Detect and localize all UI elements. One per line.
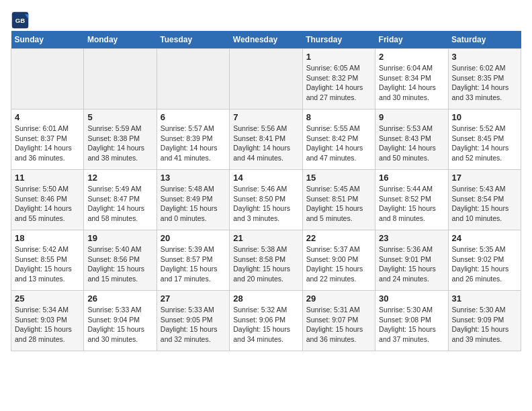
calendar-cell: 7Sunrise: 5:56 AM Sunset: 8:41 PM Daylig… — [230, 109, 302, 170]
day-number: 2 — [379, 52, 444, 62]
calendar-cell: 25Sunrise: 5:34 AM Sunset: 9:03 PM Dayli… — [11, 291, 84, 351]
day-number: 13 — [161, 173, 226, 183]
calendar-cell — [11, 49, 84, 109]
day-info: Sunrise: 5:37 AM Sunset: 9:00 PM Dayligh… — [306, 244, 371, 284]
day-number: 18 — [15, 233, 80, 243]
day-number: 26 — [87, 293, 152, 304]
day-number: 12 — [87, 173, 152, 183]
day-number: 27 — [161, 293, 226, 304]
calendar-cell: 24Sunrise: 5:35 AM Sunset: 9:02 PM Dayli… — [448, 230, 521, 291]
header-thursday: Thursday — [302, 31, 375, 49]
day-number: 8 — [306, 112, 371, 122]
week-row-1: 1Sunrise: 6:05 AM Sunset: 8:32 PM Daylig… — [11, 49, 521, 109]
day-number: 25 — [15, 293, 80, 304]
day-number: 20 — [161, 233, 226, 243]
calendar-cell: 15Sunrise: 5:45 AM Sunset: 8:51 PM Dayli… — [302, 170, 375, 230]
calendar-cell: 1Sunrise: 6:05 AM Sunset: 8:32 PM Daylig… — [302, 49, 375, 109]
calendar-cell — [157, 49, 229, 109]
week-row-5: 25Sunrise: 5:34 AM Sunset: 9:03 PM Dayli… — [11, 291, 521, 351]
day-info: Sunrise: 5:50 AM Sunset: 8:46 PM Dayligh… — [15, 184, 80, 224]
header-monday: Monday — [84, 31, 157, 49]
calendar-table: SundayMondayTuesdayWednesdayThursdayFrid… — [11, 31, 521, 351]
day-info: Sunrise: 5:39 AM Sunset: 8:57 PM Dayligh… — [161, 244, 226, 284]
calendar-cell: 23Sunrise: 5:36 AM Sunset: 9:01 PM Dayli… — [375, 230, 448, 291]
day-number: 4 — [15, 112, 80, 122]
day-number: 9 — [379, 112, 444, 122]
day-number: 31 — [452, 293, 517, 304]
day-number: 19 — [87, 233, 152, 243]
calendar-cell: 13Sunrise: 5:48 AM Sunset: 8:49 PM Dayli… — [157, 170, 229, 230]
day-number: 21 — [233, 233, 298, 243]
calendar-cell: 6Sunrise: 5:57 AM Sunset: 8:39 PM Daylig… — [157, 109, 229, 170]
calendar-cell: 26Sunrise: 5:33 AM Sunset: 9:04 PM Dayli… — [84, 291, 157, 351]
day-info: Sunrise: 5:49 AM Sunset: 8:47 PM Dayligh… — [87, 184, 152, 224]
calendar-cell — [230, 49, 302, 109]
header-saturday: Saturday — [448, 31, 521, 49]
header-friday: Friday — [375, 31, 448, 49]
day-number: 5 — [87, 112, 152, 122]
calendar-cell: 8Sunrise: 5:55 AM Sunset: 8:42 PM Daylig… — [302, 109, 375, 170]
calendar-cell: 19Sunrise: 5:40 AM Sunset: 8:56 PM Dayli… — [84, 230, 157, 291]
header-tuesday: Tuesday — [157, 31, 229, 49]
calendar-cell: 17Sunrise: 5:43 AM Sunset: 8:54 PM Dayli… — [448, 170, 521, 230]
day-info: Sunrise: 5:36 AM Sunset: 9:01 PM Dayligh… — [379, 244, 444, 284]
day-info: Sunrise: 5:48 AM Sunset: 8:49 PM Dayligh… — [161, 184, 226, 224]
day-info: Sunrise: 5:35 AM Sunset: 9:02 PM Dayligh… — [452, 244, 517, 284]
calendar-cell: 5Sunrise: 5:59 AM Sunset: 8:38 PM Daylig… — [84, 109, 157, 170]
day-info: Sunrise: 6:05 AM Sunset: 8:32 PM Dayligh… — [306, 63, 371, 103]
day-info: Sunrise: 5:56 AM Sunset: 8:41 PM Dayligh… — [233, 124, 298, 163]
day-number: 17 — [452, 173, 517, 183]
calendar-cell: 4Sunrise: 6:01 AM Sunset: 8:37 PM Daylig… — [11, 109, 84, 170]
calendar-cell: 14Sunrise: 5:46 AM Sunset: 8:50 PM Dayli… — [230, 170, 302, 230]
calendar-cell: 29Sunrise: 5:31 AM Sunset: 9:07 PM Dayli… — [302, 291, 375, 351]
day-number: 22 — [306, 233, 371, 243]
day-info: Sunrise: 5:32 AM Sunset: 9:06 PM Dayligh… — [233, 305, 298, 345]
day-info: Sunrise: 5:30 AM Sunset: 9:09 PM Dayligh… — [452, 305, 517, 345]
week-row-3: 11Sunrise: 5:50 AM Sunset: 8:46 PM Dayli… — [11, 170, 521, 230]
day-info: Sunrise: 5:31 AM Sunset: 9:07 PM Dayligh… — [306, 305, 371, 345]
calendar-cell: 30Sunrise: 5:30 AM Sunset: 9:08 PM Dayli… — [375, 291, 448, 351]
day-info: Sunrise: 6:04 AM Sunset: 8:34 PM Dayligh… — [379, 63, 444, 103]
day-info: Sunrise: 6:02 AM Sunset: 8:35 PM Dayligh… — [452, 63, 517, 103]
calendar-cell: 3Sunrise: 6:02 AM Sunset: 8:35 PM Daylig… — [448, 49, 521, 109]
header-sunday: Sunday — [11, 31, 84, 49]
calendar-cell: 31Sunrise: 5:30 AM Sunset: 9:09 PM Dayli… — [448, 291, 521, 351]
calendar-cell: 27Sunrise: 5:33 AM Sunset: 9:05 PM Dayli… — [157, 291, 229, 351]
day-info: Sunrise: 5:30 AM Sunset: 9:08 PM Dayligh… — [379, 305, 444, 345]
logo-icon: GB — [11, 11, 30, 30]
day-info: Sunrise: 5:33 AM Sunset: 9:04 PM Dayligh… — [87, 305, 152, 345]
day-number: 1 — [306, 52, 371, 62]
day-number: 30 — [379, 293, 444, 304]
day-number: 24 — [452, 233, 517, 243]
day-info: Sunrise: 5:40 AM Sunset: 8:56 PM Dayligh… — [87, 244, 152, 284]
day-number: 29 — [306, 293, 371, 304]
calendar-cell: 18Sunrise: 5:42 AM Sunset: 8:55 PM Dayli… — [11, 230, 84, 291]
day-info: Sunrise: 5:33 AM Sunset: 9:05 PM Dayligh… — [161, 305, 226, 345]
day-info: Sunrise: 5:52 AM Sunset: 8:45 PM Dayligh… — [452, 124, 517, 163]
calendar-cell: 9Sunrise: 5:53 AM Sunset: 8:43 PM Daylig… — [375, 109, 448, 170]
day-number: 6 — [161, 112, 226, 122]
day-number: 14 — [233, 173, 298, 183]
day-info: Sunrise: 5:38 AM Sunset: 8:58 PM Dayligh… — [233, 244, 298, 284]
calendar-cell — [84, 49, 157, 109]
day-number: 15 — [306, 173, 371, 183]
day-info: Sunrise: 5:59 AM Sunset: 8:38 PM Dayligh… — [87, 124, 152, 163]
calendar-cell: 11Sunrise: 5:50 AM Sunset: 8:46 PM Dayli… — [11, 170, 84, 230]
calendar-cell: 21Sunrise: 5:38 AM Sunset: 8:58 PM Dayli… — [230, 230, 302, 291]
day-info: Sunrise: 5:45 AM Sunset: 8:51 PM Dayligh… — [306, 184, 371, 224]
day-info: Sunrise: 5:53 AM Sunset: 8:43 PM Dayligh… — [379, 124, 444, 163]
calendar-cell: 20Sunrise: 5:39 AM Sunset: 8:57 PM Dayli… — [157, 230, 229, 291]
week-row-2: 4Sunrise: 6:01 AM Sunset: 8:37 PM Daylig… — [11, 109, 521, 170]
day-info: Sunrise: 5:42 AM Sunset: 8:55 PM Dayligh… — [15, 244, 80, 284]
day-number: 7 — [233, 112, 298, 122]
day-info: Sunrise: 6:01 AM Sunset: 8:37 PM Dayligh… — [15, 124, 80, 163]
day-number: 3 — [452, 52, 517, 62]
calendar-header: SundayMondayTuesdayWednesdayThursdayFrid… — [11, 31, 521, 49]
header-wednesday: Wednesday — [230, 31, 302, 49]
day-info: Sunrise: 5:46 AM Sunset: 8:50 PM Dayligh… — [233, 184, 298, 224]
day-number: 28 — [233, 293, 298, 304]
day-info: Sunrise: 5:43 AM Sunset: 8:54 PM Dayligh… — [452, 184, 517, 224]
week-row-4: 18Sunrise: 5:42 AM Sunset: 8:55 PM Dayli… — [11, 230, 521, 291]
calendar-cell: 10Sunrise: 5:52 AM Sunset: 8:45 PM Dayli… — [448, 109, 521, 170]
svg-text:GB: GB — [15, 17, 25, 24]
